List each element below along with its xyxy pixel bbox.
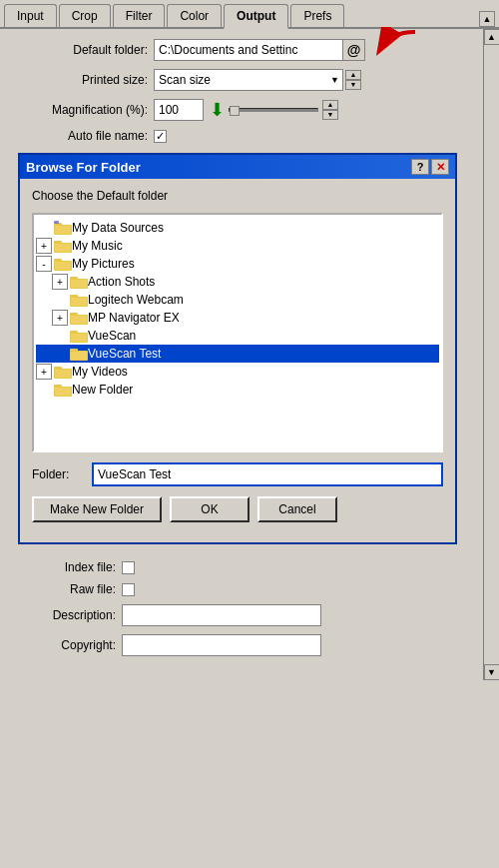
printed-size-down[interactable]: ▼ <box>345 80 361 90</box>
printed-size-label: Printed size: <box>8 73 148 87</box>
tab-input[interactable]: Input <box>4 4 57 27</box>
svg-rect-21 <box>70 331 78 334</box>
svg-rect-24 <box>70 349 78 352</box>
tree-item-mp-navigator[interactable]: + MP Navigator EX <box>36 309 439 327</box>
expander-my-videos[interactable]: + <box>36 364 52 380</box>
mag-up[interactable]: ▲ <box>322 100 338 110</box>
svg-rect-31 <box>55 388 71 396</box>
auto-file-name-checkbox[interactable]: ✓ <box>154 130 167 143</box>
main-scrollbar: ▲ ▼ <box>483 29 499 680</box>
magnification-row: Magnification (%): ⬇ ▲ ▼ <box>8 99 471 121</box>
tree-item-my-pictures[interactable]: - My Pictures <box>36 255 439 273</box>
tree-item-my-music[interactable]: + My Music <box>36 237 439 255</box>
scroll-down-btn[interactable]: ▼ <box>484 664 500 680</box>
expander-action-shots[interactable]: + <box>52 274 68 290</box>
svg-rect-18 <box>70 313 78 316</box>
tree-item-logitech-webcam[interactable]: Logitech Webcam <box>36 291 439 309</box>
printed-size-select[interactable]: Scan size <box>154 69 343 91</box>
copyright-input[interactable] <box>122 634 321 656</box>
raw-file-row: Raw file: <box>16 582 463 596</box>
tree-item-vuescan-test[interactable]: VueScan Test <box>36 345 439 363</box>
svg-rect-9 <box>54 259 62 262</box>
svg-rect-27 <box>54 367 62 370</box>
printed-size-spinner: ▲ ▼ <box>345 70 361 90</box>
folder-tree[interactable]: My Data Sources + My Music <box>32 213 443 452</box>
default-folder-label: Default folder: <box>8 43 148 57</box>
index-file-label: Index file: <box>16 560 116 574</box>
folder-icon-my-videos <box>54 365 72 379</box>
svg-rect-15 <box>70 295 78 298</box>
dialog-buttons: Make New Folder OK Cancel <box>32 496 443 532</box>
tab-color[interactable]: Color <box>167 4 222 27</box>
scroll-up-btn[interactable]: ▲ <box>484 29 500 45</box>
dialog-prompt: Choose the Default folder <box>32 189 443 203</box>
tree-item-data-sources[interactable]: My Data Sources <box>36 219 439 237</box>
tab-crop[interactable]: Crop <box>59 4 111 27</box>
dialog-title: Browse For Folder <box>26 160 141 175</box>
folder-name-row: Folder: <box>32 462 443 486</box>
expander-vuescan-empty <box>52 328 68 344</box>
mag-spinner: ▲ ▼ <box>322 100 338 120</box>
raw-file-label: Raw file: <box>16 582 116 596</box>
tab-prefs[interactable]: Prefs <box>290 4 344 27</box>
make-new-folder-btn[interactable]: Make New Folder <box>32 496 162 522</box>
description-row: Description: <box>16 604 463 626</box>
folder-name-input[interactable] <box>92 462 443 486</box>
tab-scroll-up[interactable]: ▲ <box>479 11 495 27</box>
folder-icon-vuescan <box>70 329 88 343</box>
expander-my-pictures[interactable]: - <box>36 256 52 272</box>
tree-item-vuescan[interactable]: VueScan <box>36 327 439 345</box>
svg-rect-19 <box>71 316 87 324</box>
auto-file-name-label: Auto file name: <box>8 129 148 143</box>
magnification-input[interactable] <box>154 99 204 121</box>
expander-empty <box>36 220 52 236</box>
printed-size-up[interactable]: ▲ <box>345 70 361 80</box>
expander-logitech-empty <box>52 292 68 308</box>
svg-rect-7 <box>55 244 71 252</box>
tab-output[interactable]: Output <box>224 4 288 29</box>
svg-rect-22 <box>71 334 87 342</box>
expander-new-folder-empty <box>36 382 52 398</box>
dialog-help-btn[interactable]: ? <box>411 159 429 175</box>
auto-file-name-row: Auto file name: ✓ <box>8 129 471 143</box>
expander-mp-navigator[interactable]: + <box>52 310 68 326</box>
cancel-btn[interactable]: Cancel <box>257 496 337 522</box>
expander-my-music[interactable]: + <box>36 238 52 254</box>
svg-rect-6 <box>54 241 62 244</box>
tab-bar: Input Crop Filter Color Output Prefs ▲ <box>0 0 499 29</box>
folder-icon-action-shots <box>70 275 88 289</box>
expander-vuescan-test-empty <box>52 346 68 362</box>
main-panel: ▲ ▼ Default folder: @ <box>0 29 499 680</box>
ok-btn[interactable]: OK <box>170 496 250 522</box>
tree-item-my-videos[interactable]: + My Videos <box>36 363 439 381</box>
index-file-checkbox[interactable] <box>122 561 135 574</box>
raw-file-checkbox[interactable] <box>122 583 135 596</box>
svg-rect-10 <box>55 262 71 270</box>
folder-icon-mp-navigator <box>70 311 88 325</box>
folder-icon-data-sources <box>54 221 72 235</box>
mag-down[interactable]: ▼ <box>322 110 338 120</box>
dialog-close-btn[interactable]: ✕ <box>431 159 449 175</box>
tab-filter[interactable]: Filter <box>113 4 166 27</box>
tree-item-action-shots[interactable]: + Action Shots <box>36 273 439 291</box>
svg-rect-30 <box>54 385 62 388</box>
printed-size-row: Printed size: Scan size ▲ ▼ <box>8 69 471 91</box>
folder-icon-new-folder <box>54 383 72 397</box>
down-arrow-icon: ⬇ <box>210 99 225 121</box>
description-label: Description: <box>16 608 116 622</box>
svg-rect-3 <box>55 226 71 234</box>
folder-icon-vuescan-test <box>70 347 88 361</box>
svg-rect-16 <box>71 298 87 306</box>
bottom-section: Index file: Raw file: Description: Copyr… <box>8 554 471 670</box>
copyright-row: Copyright: <box>16 634 463 656</box>
magnification-slider[interactable] <box>229 108 318 112</box>
default-folder-input[interactable] <box>154 39 343 61</box>
svg-rect-4 <box>54 221 59 224</box>
folder-icon-my-pictures <box>54 257 72 271</box>
description-input[interactable] <box>122 604 321 626</box>
tree-item-new-folder[interactable]: New Folder <box>36 381 439 399</box>
folder-icon-my-music <box>54 239 72 253</box>
svg-rect-28 <box>55 370 71 378</box>
copyright-label: Copyright: <box>16 638 116 652</box>
folder-icon-logitech <box>70 293 88 307</box>
